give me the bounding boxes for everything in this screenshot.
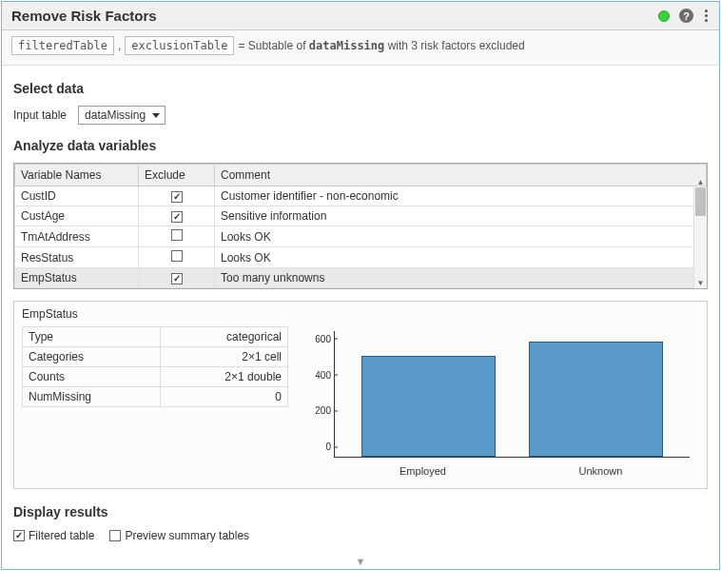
chart-y-tick: 0 [325, 441, 335, 452]
comment-cell[interactable]: Sensitive information [215, 206, 707, 226]
detail-row: Typecategorical [23, 327, 288, 347]
exclude-checkbox[interactable] [171, 250, 183, 262]
panel-header: Remove Risk Factors ? [2, 2, 719, 30]
grid-header-row: Variable Names Exclude Comment [15, 165, 707, 186]
variable-name-cell[interactable]: CustID [15, 186, 139, 206]
grid-scrollbar-thumb[interactable] [695, 187, 706, 216]
grid-header[interactable]: Exclude [139, 165, 215, 186]
separator-comma: , [118, 39, 121, 52]
exclude-checkbox[interactable] [171, 191, 183, 203]
checkbox-label: Preview summary tables [125, 529, 249, 542]
exclude-checkbox[interactable] [171, 211, 183, 223]
detail-chart: 0200400600 EmployedUnknown [303, 326, 699, 479]
chart-bar [361, 356, 496, 457]
detail-variable-name: EmpStatus [22, 307, 699, 321]
variable-detail-panel: EmpStatus TypecategoricalCategories2×1 c… [13, 301, 708, 489]
expand-collapse-icon[interactable]: ▼ [2, 552, 719, 569]
detail-value: 2×1 double [161, 367, 288, 387]
chart-y-tick: 400 [315, 369, 335, 380]
detail-key: NumMissing [23, 387, 161, 407]
detail-key: Counts [23, 367, 161, 387]
output-variable[interactable]: filteredTable [11, 36, 114, 55]
checkbox-label: Filtered table [29, 529, 94, 542]
variable-name-cell[interactable]: TmAtAddress [15, 226, 139, 247]
kebab-menu-icon[interactable] [703, 8, 710, 24]
comment-cell[interactable]: Looks OK [215, 247, 707, 268]
display-options-row: Filtered table Preview summary tables [13, 529, 708, 542]
comment-cell[interactable]: Looks OK [215, 226, 707, 247]
grid-scrollbar[interactable]: ▲ ▼ [693, 187, 707, 288]
variable-name-cell[interactable]: ResStatus [15, 247, 139, 268]
input-table-label: Input table [13, 108, 67, 122]
exclude-cell[interactable] [139, 268, 215, 288]
chart-x-label: Employed [352, 465, 495, 477]
input-table-row: Input table dataMissing [13, 106, 708, 125]
section-title-select-data: Select data [13, 81, 708, 96]
chart-x-label: Unknown [530, 465, 672, 477]
checkbox-icon [109, 530, 121, 541]
input-table-select[interactable]: dataMissing [78, 106, 166, 125]
filtered-table-checkbox[interactable]: Filtered table [13, 529, 94, 542]
grid-header[interactable]: Variable Names [15, 165, 139, 186]
variable-name-cell[interactable]: EmpStatus [15, 268, 139, 288]
chart-y-tick: 200 [315, 405, 335, 416]
variable-name-cell[interactable]: CustAge [15, 206, 139, 226]
exclude-checkbox[interactable] [171, 273, 183, 284]
scroll-down-icon[interactable]: ▼ [694, 277, 707, 288]
detail-value: 2×1 cell [161, 347, 288, 367]
status-indicator-icon [658, 10, 670, 22]
table-row[interactable]: CustAgeSensitive information [15, 206, 707, 226]
preview-summary-checkbox[interactable]: Preview summary tables [109, 529, 249, 542]
table-row[interactable]: ResStatusLooks OK [15, 247, 707, 268]
table-row[interactable]: CustIDCustomer identifier - non-economic [15, 186, 707, 206]
detail-row: Categories2×1 cell [23, 347, 288, 367]
exclude-cell[interactable] [139, 226, 215, 247]
detail-row: Counts2×1 double [23, 367, 288, 387]
chart-x-labels: EmployedUnknown [334, 465, 690, 477]
chart-bars-container [335, 331, 690, 457]
exclude-cell[interactable] [139, 206, 215, 226]
exclude-cell[interactable] [139, 247, 215, 268]
panel-body: Select data Input table dataMissing Anal… [2, 66, 719, 552]
panel-title: Remove Risk Factors [11, 8, 157, 24]
exclude-checkbox[interactable] [171, 229, 183, 241]
variables-grid[interactable]: Variable Names Exclude Comment CustIDCus… [14, 164, 707, 288]
detail-properties-table: TypecategoricalCategories2×1 cellCounts2… [22, 326, 288, 407]
comment-cell[interactable]: Customer identifier - non-economic [215, 186, 707, 206]
table-row[interactable]: TmAtAddressLooks OK [15, 226, 707, 247]
variables-grid-wrap: Variable Names Exclude Comment CustIDCus… [13, 163, 708, 289]
section-title-analyze: Analyze data variables [13, 138, 708, 153]
chart-bar [529, 342, 663, 457]
exclude-cell[interactable] [139, 186, 215, 206]
detail-key: Type [23, 327, 161, 347]
output-summary: filteredTable , exclusionTable = Subtabl… [2, 30, 719, 66]
chart-y-tick: 600 [315, 333, 335, 343]
comment-cell[interactable]: Too many unknowns [215, 268, 707, 288]
chart-plot-area: 0200400600 [334, 331, 690, 458]
table-row[interactable]: EmpStatusToo many unknowns [15, 268, 707, 288]
detail-body: TypecategoricalCategories2×1 cellCounts2… [22, 326, 699, 479]
detail-value: 0 [161, 387, 288, 407]
checkbox-icon [13, 530, 25, 541]
output-variable[interactable]: exclusionTable [125, 36, 234, 55]
detail-value: categorical [161, 327, 288, 347]
detail-row: NumMissing0 [23, 387, 288, 407]
grid-header[interactable]: Comment [215, 165, 707, 186]
section-title-display: Display results [13, 504, 708, 519]
header-toolbar: ? [658, 8, 710, 24]
summary-text: = Subtable of dataMissing with 3 risk fa… [238, 39, 524, 52]
scroll-up-icon[interactable]: ▲ [694, 176, 707, 187]
detail-key: Categories [23, 347, 161, 367]
help-icon[interactable]: ? [679, 9, 693, 23]
task-panel: Remove Risk Factors ? filteredTable , ex… [1, 1, 720, 570]
